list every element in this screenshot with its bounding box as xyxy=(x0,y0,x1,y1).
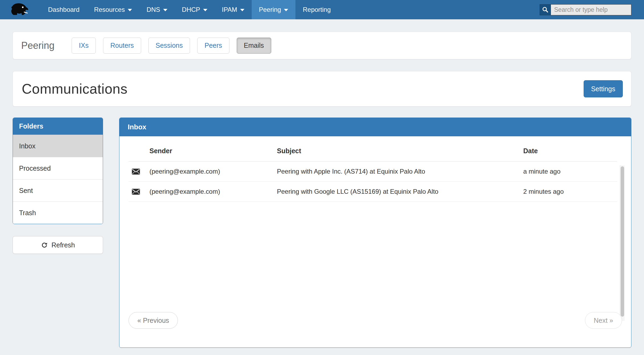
mail-date: a minute ago xyxy=(523,168,617,175)
folders-panel: Folders Inbox Processed Sent Trash xyxy=(13,118,103,224)
caret-down-icon xyxy=(128,9,132,11)
caret-down-icon xyxy=(284,9,288,11)
settings-label: Settings xyxy=(591,85,615,93)
main-nav: Dashboard Resources DNS DHCP IPAM Peerin… xyxy=(41,0,338,19)
mail-sender: (peering@example.com) xyxy=(149,168,277,175)
refresh-label: Refresh xyxy=(52,241,75,249)
peering-subnav: Peering IXs Routers Sessions Peers Email… xyxy=(13,32,631,59)
tab-sessions[interactable]: Sessions xyxy=(148,38,190,54)
caret-down-icon xyxy=(203,9,207,11)
nav-label: Reporting xyxy=(303,6,331,13)
inbox-body: Sender Subject Date (peering@example.com… xyxy=(119,136,631,348)
nav-item-resources[interactable]: Resources xyxy=(87,0,139,19)
tab-label: Peers xyxy=(204,42,222,49)
nav-label: Dashboard xyxy=(48,6,79,13)
nav-item-dhcp[interactable]: DHCP xyxy=(175,0,215,19)
subnav-title: Peering xyxy=(21,40,54,51)
mail-table-header: Sender Subject Date xyxy=(129,147,617,162)
folder-item-sent[interactable]: Sent xyxy=(13,179,103,202)
table-row[interactable]: (peering@example.com) Peering with Googl… xyxy=(129,182,617,202)
nav-item-dns[interactable]: DNS xyxy=(139,0,175,19)
caret-down-icon xyxy=(163,9,167,11)
mail-subject: Peering with Google LLC (AS15169) at Equ… xyxy=(277,188,523,195)
envelope-icon xyxy=(132,189,149,195)
folder-label: Inbox xyxy=(19,142,35,150)
folder-label: Processed xyxy=(19,164,51,172)
settings-button[interactable]: Settings xyxy=(584,80,623,97)
folder-item-inbox[interactable]: Inbox xyxy=(13,135,103,157)
column-header-subject[interactable]: Subject xyxy=(277,147,523,155)
nav-label: DHCP xyxy=(182,6,200,13)
table-row[interactable]: (peering@example.com) Peering with Apple… xyxy=(129,162,617,182)
previous-label: « Previous xyxy=(137,317,169,324)
tab-label: Routers xyxy=(110,42,134,49)
tab-emails[interactable]: Emails xyxy=(237,38,271,54)
nav-label: IPAM xyxy=(222,6,237,13)
global-search xyxy=(540,0,631,19)
envelope-icon xyxy=(132,169,149,175)
tab-label: Sessions xyxy=(156,42,183,49)
app-logo[interactable] xyxy=(10,0,30,19)
refresh-icon xyxy=(41,241,48,249)
inbox-panel-title: Inbox xyxy=(119,118,631,136)
nav-item-peering[interactable]: Peering xyxy=(252,0,296,19)
tab-routers[interactable]: Routers xyxy=(103,38,141,54)
refresh-button[interactable]: Refresh xyxy=(13,236,103,254)
scrollbar-thumb[interactable] xyxy=(621,166,624,317)
nav-item-dashboard[interactable]: Dashboard xyxy=(41,0,87,19)
tab-ixs[interactable]: IXs xyxy=(72,38,96,54)
nav-item-reporting[interactable]: Reporting xyxy=(295,0,338,19)
mammoth-logo-icon xyxy=(10,2,30,17)
next-page-button[interactable]: Next » xyxy=(585,312,622,329)
inbox-panel: Inbox Sender Subject Date (peering@examp… xyxy=(119,118,631,348)
next-label: Next » xyxy=(594,317,613,324)
page-title: Communications xyxy=(22,81,127,97)
previous-page-button[interactable]: « Previous xyxy=(129,312,178,329)
nav-label: Peering xyxy=(259,6,281,13)
nav-label: DNS xyxy=(147,6,160,13)
folder-item-processed[interactable]: Processed xyxy=(13,157,103,179)
nav-label: Resources xyxy=(94,6,125,13)
mail-subject: Peering with Apple Inc. (AS714) at Equin… xyxy=(277,168,523,175)
folder-label: Sent xyxy=(19,187,33,195)
top-navbar: Dashboard Resources DNS DHCP IPAM Peerin… xyxy=(0,0,644,19)
table-scrollbar[interactable] xyxy=(620,165,625,321)
folder-item-trash[interactable]: Trash xyxy=(13,202,103,224)
folders-panel-title: Folders xyxy=(13,118,103,135)
tab-peers[interactable]: Peers xyxy=(197,38,229,54)
column-header-date[interactable]: Date xyxy=(523,147,617,155)
communications-header: Communications Settings xyxy=(13,71,631,107)
caret-down-icon xyxy=(240,9,244,11)
folder-label: Trash xyxy=(19,209,36,217)
column-header-sender[interactable]: Sender xyxy=(149,147,277,155)
tab-label: IXs xyxy=(79,42,89,49)
mail-date: 2 minutes ago xyxy=(523,188,617,195)
mail-sender: (peering@example.com) xyxy=(149,188,277,195)
search-icon[interactable] xyxy=(540,4,551,15)
tab-label: Emails xyxy=(244,42,264,49)
nav-item-ipam[interactable]: IPAM xyxy=(215,0,252,19)
search-input[interactable] xyxy=(551,4,631,15)
